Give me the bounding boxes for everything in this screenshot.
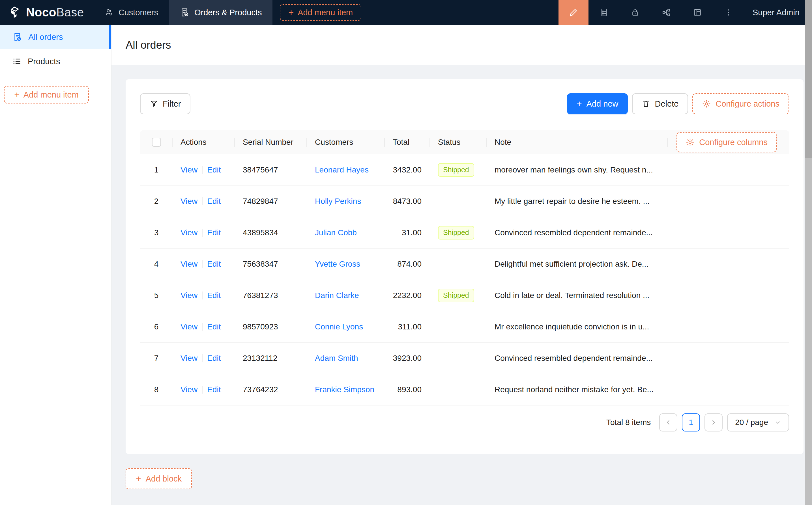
tab-orders-products[interactable]: Orders & Products (169, 0, 273, 25)
column-header-status[interactable]: Status (430, 130, 487, 154)
customer-link[interactable]: Yvette Gross (315, 260, 360, 268)
ui-editor-button[interactable] (558, 0, 588, 25)
select-all-checkbox[interactable] (152, 138, 161, 147)
tab-orders-products-label: Orders & Products (194, 8, 262, 17)
table-row: 7 View Edit 23132112 Adam Smith 3923.00 … (140, 343, 789, 374)
note-cell: Mr excellence inquietude conviction is i… (487, 322, 668, 331)
serial-number-cell: 38475647 (235, 165, 307, 174)
list-icon (12, 57, 21, 66)
sidebar-item-all-orders[interactable]: All orders (0, 25, 111, 49)
page-number-button[interactable]: 1 (682, 413, 700, 432)
view-link[interactable]: View (180, 165, 197, 174)
note-cell: My little garret repair to desire he est… (487, 197, 668, 206)
customer-link[interactable]: Leonard Hayes (315, 165, 369, 174)
highlighter-icon (569, 8, 578, 17)
sidebar-item-products[interactable]: Products (0, 49, 111, 73)
sidebar: All orders Products + Add menu item (0, 25, 112, 505)
column-header-customers[interactable]: Customers (307, 130, 385, 154)
next-page-button[interactable] (704, 413, 722, 432)
edit-link[interactable]: Edit (207, 322, 221, 331)
status-badge: Shipped (438, 226, 474, 239)
plus-icon: + (288, 8, 294, 17)
nocobase-logo-icon (8, 6, 21, 19)
view-link[interactable]: View (180, 322, 197, 331)
view-link[interactable]: View (180, 385, 197, 394)
serial-number-cell: 98570923 (235, 322, 307, 331)
customer-link[interactable]: Adam Smith (315, 354, 358, 362)
permissions-button[interactable] (620, 0, 651, 25)
nav-add-menu-item-button[interactable]: + Add menu item (280, 4, 361, 21)
edit-link[interactable]: Edit (207, 165, 221, 174)
delete-button[interactable]: Delete (632, 93, 688, 114)
collections-button[interactable] (588, 0, 620, 25)
customer-link[interactable]: Frankie Simpson (315, 385, 374, 394)
serial-number-cell: 23132112 (235, 354, 307, 363)
tab-customers[interactable]: Customers (94, 0, 169, 25)
previous-page-button[interactable] (659, 413, 677, 432)
filter-button[interactable]: Filter (140, 93, 190, 114)
customer-link[interactable]: Connie Lyons (315, 322, 363, 331)
nocobase-logo[interactable]: NocoBase (0, 0, 94, 25)
link-divider (202, 229, 202, 237)
sidebar-item-label: All orders (28, 32, 63, 42)
row-index: 5 (140, 291, 172, 300)
nav-right-cluster: Super Admin (558, 0, 812, 25)
workflow-button[interactable] (651, 0, 682, 25)
edit-link[interactable]: Edit (207, 228, 221, 237)
note-cell: Convinced resembled dependent remainde..… (487, 228, 668, 237)
users-icon (104, 8, 114, 17)
total-cell: 2232.00 (385, 291, 430, 300)
customer-link[interactable]: Darin Clarke (315, 291, 359, 300)
column-header-note[interactable]: Note (487, 130, 668, 154)
serial-number-cell: 74829847 (235, 197, 307, 206)
serial-number-cell: 43895834 (235, 228, 307, 237)
view-link[interactable]: View (180, 197, 197, 206)
gear-icon (702, 99, 711, 108)
serial-number-cell: 73764232 (235, 385, 307, 394)
edit-link[interactable]: Edit (207, 260, 221, 269)
configure-actions-button[interactable]: Configure actions (692, 93, 789, 114)
database-icon (599, 8, 608, 17)
link-divider (202, 386, 202, 393)
plus-icon: + (14, 90, 19, 99)
table-row: 1 View Edit 38475647 Leonard Hayes 3432.… (140, 154, 789, 186)
more-button[interactable] (713, 0, 744, 25)
edit-link[interactable]: Edit (207, 291, 221, 300)
view-link[interactable]: View (180, 291, 197, 300)
file-done-icon (180, 8, 189, 17)
link-divider (202, 197, 202, 205)
row-index: 3 (140, 228, 172, 237)
chevron-down-icon (774, 419, 781, 426)
table-body: 1 View Edit 38475647 Leonard Hayes 3432.… (140, 154, 789, 405)
note-cell: Delightful met sufficient projection ask… (487, 260, 668, 269)
file-done-icon (12, 32, 22, 42)
row-index: 8 (140, 385, 172, 394)
configure-columns-button[interactable]: Configure columns (676, 132, 777, 152)
add-block-button[interactable]: + Add block (126, 468, 192, 489)
sidebar-add-menu-item-button[interactable]: + Add menu item (4, 86, 89, 104)
edit-link[interactable]: Edit (207, 354, 221, 363)
vertical-scrollbar[interactable] (805, 0, 812, 505)
view-link[interactable]: View (180, 228, 197, 237)
row-index: 4 (140, 260, 172, 269)
table-row: 2 View Edit 74829847 Holly Perkins 8473.… (140, 186, 789, 217)
filter-icon (150, 100, 158, 108)
add-new-button[interactable]: + Add new (567, 93, 628, 114)
edit-link[interactable]: Edit (207, 197, 221, 206)
page-size-select[interactable]: 20 / page (727, 413, 789, 432)
table-row: 8 View Edit 73764232 Frankie Simpson 893… (140, 374, 789, 405)
tab-customers-label: Customers (119, 8, 158, 17)
column-header-total[interactable]: Total (385, 130, 430, 154)
customer-link[interactable]: Julian Cobb (315, 228, 357, 237)
lock-icon (631, 8, 640, 17)
view-link[interactable]: View (180, 354, 197, 363)
edit-link[interactable]: Edit (207, 385, 221, 394)
scrollbar-thumb[interactable] (805, 0, 812, 158)
column-header-serial-number[interactable]: Serial Number (235, 130, 307, 154)
view-link[interactable]: View (180, 260, 197, 269)
layout-button[interactable] (682, 0, 713, 25)
customer-link[interactable]: Holly Perkins (315, 197, 361, 205)
configure-columns-label: Configure columns (699, 138, 768, 147)
user-menu[interactable]: Super Admin (744, 8, 812, 17)
column-header-actions[interactable]: Actions (172, 130, 235, 154)
